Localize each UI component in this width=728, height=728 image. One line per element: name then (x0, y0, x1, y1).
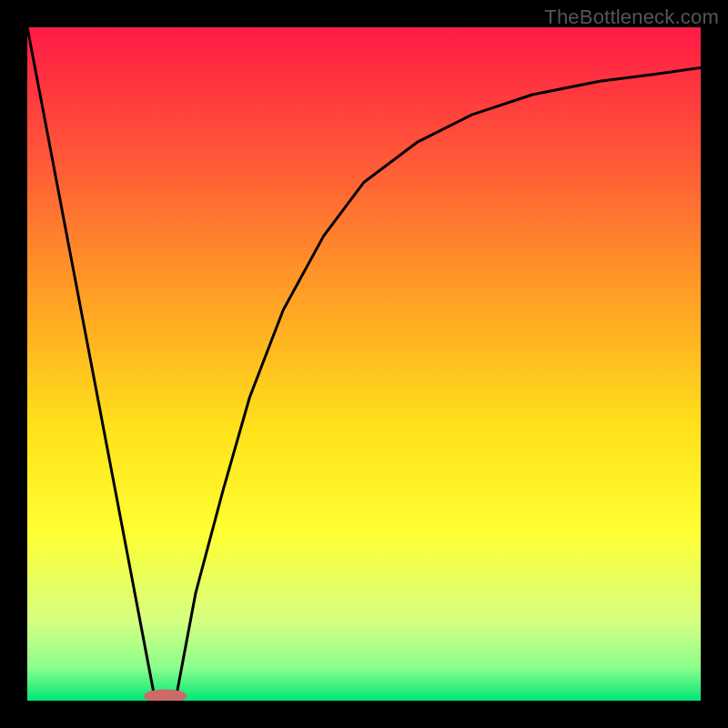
watermark-text: TheBottleneck.com (544, 5, 719, 29)
chart-frame: TheBottleneck.com (0, 0, 728, 728)
plot-area (27, 27, 701, 701)
chart-svg (27, 27, 701, 701)
gradient-background (27, 27, 701, 701)
